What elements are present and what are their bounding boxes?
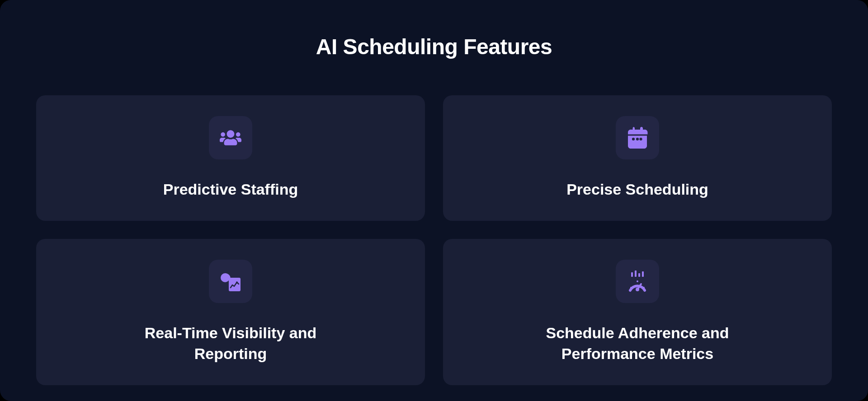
svg-point-1 — [236, 281, 238, 283]
users-icon — [209, 116, 252, 159]
svg-point-10 — [637, 280, 638, 282]
features-panel: AI Scheduling Features Predictive Staffi… — [0, 0, 868, 401]
feature-title: Schedule Adherence and Performance Metri… — [529, 323, 746, 364]
report-chart-icon — [209, 260, 252, 303]
feature-card-visibility-reporting[interactable]: Real-Time Visibility and Reporting — [36, 239, 425, 385]
svg-rect-5 — [642, 271, 644, 277]
feature-card-schedule-adherence[interactable]: Schedule Adherence and Performance Metri… — [443, 239, 832, 385]
svg-point-8 — [630, 287, 632, 289]
feature-title: Precise Scheduling — [566, 179, 708, 200]
svg-rect-3 — [635, 270, 637, 277]
section-title: AI Scheduling Features — [36, 34, 832, 59]
feature-title: Predictive Staffing — [163, 179, 298, 200]
svg-rect-2 — [631, 272, 633, 277]
features-grid: Predictive Staffing Precise Scheduling R… — [36, 95, 832, 385]
feature-title: Real-Time Visibility and Reporting — [122, 323, 339, 364]
feature-card-precise-scheduling[interactable]: Precise Scheduling — [443, 95, 832, 221]
svg-rect-4 — [638, 273, 640, 277]
gauge-metrics-icon — [616, 260, 659, 303]
svg-point-9 — [643, 287, 645, 289]
calendar-icon — [616, 116, 659, 159]
feature-card-predictive-staffing[interactable]: Predictive Staffing — [36, 95, 425, 221]
